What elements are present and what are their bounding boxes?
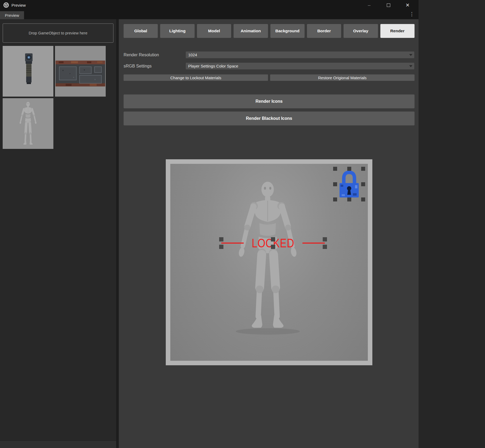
close-icon: × — [406, 2, 409, 8]
mannequin-render-image — [232, 179, 303, 332]
toolbar-button-overlay[interactable]: Overlay — [344, 24, 378, 38]
flashlight-image — [3, 46, 53, 97]
lock-overlay — [336, 169, 362, 199]
selection-handle — [333, 197, 337, 201]
locked-line-right — [302, 243, 325, 244]
change-lockout-materials-button[interactable]: Change to Lockout Materials — [124, 74, 268, 81]
render-resolution-value: 1024 — [188, 53, 197, 57]
toolbar-button-global[interactable]: Global — [124, 24, 158, 38]
toolbar-button-animation[interactable]: Animation — [234, 24, 268, 38]
render-resolution-row: Render Resolution 1024 — [124, 51, 415, 58]
maximize-button[interactable] — [385, 2, 392, 9]
toolbar-button-background[interactable]: Background — [270, 24, 305, 38]
toolbar-button-render[interactable]: Render — [380, 24, 415, 38]
selection-handle — [271, 245, 275, 249]
selection-handle — [323, 237, 327, 241]
srgb-settings-label: sRGB Settings — [124, 64, 186, 69]
render-blackout-icons-button[interactable]: Render Blackout Icons — [124, 112, 415, 125]
lock-icon — [336, 169, 362, 199]
minimize-icon: – — [368, 3, 370, 7]
selection-handle — [361, 197, 365, 201]
minimize-button[interactable]: – — [366, 2, 373, 9]
content-area: Drop GameObject to preview here — [0, 19, 419, 448]
window-controls: – × — [366, 2, 411, 9]
selection-handle — [347, 197, 351, 201]
srgb-settings-row: sRGB Settings Player Settings Color Spac… — [124, 62, 415, 70]
render-toolbar: Global Lighting Model Animation Backgrou… — [124, 24, 415, 38]
locked-overlay: LOCKED — [221, 240, 325, 246]
thumbnail-crate[interactable] — [55, 46, 106, 97]
preview-window: Preview – × Preview ⋮ Drop GameObject to… — [0, 0, 419, 448]
chevron-down-icon — [409, 54, 412, 56]
menu-kebab-icon[interactable]: ⋮ — [409, 11, 415, 17]
selection-handle — [361, 182, 365, 186]
toolbar-button-model[interactable]: Model — [197, 24, 231, 38]
render-preview-canvas: LOCKED — [170, 164, 368, 361]
toolbar-button-border[interactable]: Border — [307, 24, 341, 38]
tab-preview[interactable]: Preview — [0, 11, 24, 19]
toolbar-button-lighting[interactable]: Lighting — [160, 24, 194, 38]
sidebar: Drop GameObject to preview here — [0, 19, 119, 448]
selection-handle — [323, 245, 327, 249]
locked-line-left — [221, 243, 244, 244]
materials-button-row: Change to Lockout Materials Restore Orig… — [124, 74, 415, 81]
unity-logo-icon — [3, 2, 9, 8]
maximize-icon — [387, 3, 390, 7]
selection-handle — [361, 167, 365, 171]
chevron-down-icon — [409, 65, 412, 67]
srgb-settings-value: Player Settings Color Space — [188, 64, 238, 68]
sidebar-scrollbar[interactable] — [0, 441, 116, 448]
tab-strip: Preview ⋮ — [0, 10, 419, 19]
thumbnail-flashlight[interactable] — [3, 46, 53, 97]
thumbnail-mannequin[interactable] — [3, 98, 53, 149]
selection-handle — [333, 167, 337, 171]
selection-handle — [333, 182, 337, 186]
render-resolution-label: Render Resolution — [124, 53, 186, 57]
main-panel: Global Lighting Model Animation Backgrou… — [119, 19, 419, 448]
close-button[interactable]: × — [404, 2, 411, 9]
selection-handle — [219, 245, 223, 249]
preview-thumbnail-grid — [3, 46, 113, 149]
crate-image — [55, 46, 106, 97]
srgb-settings-select[interactable]: Player Settings Color Space — [186, 62, 415, 70]
mannequin-thumb-image — [3, 98, 53, 149]
render-icons-button[interactable]: Render Icons — [124, 94, 415, 108]
selection-handle — [271, 237, 275, 241]
gameobject-dropzone[interactable]: Drop GameObject to preview here — [3, 23, 113, 43]
window-title: Preview — [11, 3, 26, 7]
restore-original-materials-button[interactable]: Restore Origional Materials — [270, 74, 415, 81]
selection-handle — [347, 167, 351, 171]
render-resolution-select[interactable]: 1024 — [186, 51, 415, 58]
titlebar: Preview – × — [0, 0, 419, 10]
selection-handle — [219, 237, 223, 241]
render-preview-frame: LOCKED — [166, 159, 372, 365]
